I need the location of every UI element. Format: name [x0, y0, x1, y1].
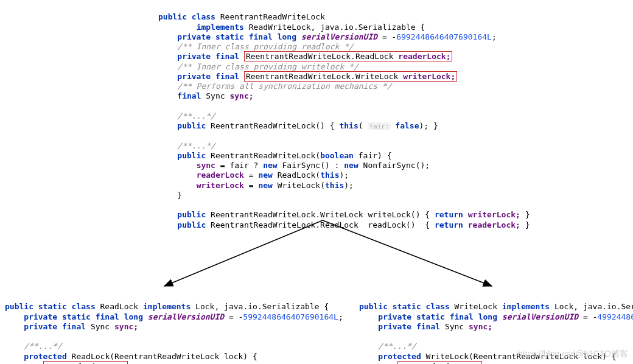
number: 5992448646407690164L [243, 312, 338, 321]
watermark: https://blog.csd@51CTO博客 [518, 349, 628, 360]
text: ReentrantReadWriteLock.ReadLock readLock… [211, 220, 430, 229]
text: ); [339, 170, 349, 180]
comment: /** Inner class providing readlock */ [177, 42, 354, 51]
arrow-right-icon [323, 220, 492, 286]
keyword: private static final long [378, 312, 497, 321]
number: 6992448646407690164L [396, 32, 492, 41]
text: ReentrantReadWriteLock.ReadLock [246, 52, 394, 61]
keyword: private static final long [177, 32, 296, 41]
field: sync; [102, 362, 126, 364]
comment: /** Performs all synchronization mechani… [177, 82, 391, 91]
keyword: public [177, 121, 206, 130]
arrow-left-icon [164, 220, 323, 286]
keyword: class [192, 12, 215, 21]
keyword: private final [177, 72, 239, 81]
text: ; [338, 312, 343, 321]
text: = lock. [69, 362, 102, 364]
text: ReentrantReadWriteLock.WriteLock writeLo… [211, 210, 430, 219]
keyword: this [339, 121, 358, 130]
classname: ReentrantReadWriteLock [220, 12, 325, 21]
field: serialVersionUID [301, 32, 377, 41]
text: = - [382, 32, 396, 41]
field: readerLock; [468, 220, 520, 229]
keyword: protected [378, 352, 421, 361]
highlight-sync-left: sync = lock.sync; [43, 361, 128, 364]
keyword: implements [502, 302, 550, 311]
keyword: boolean [320, 151, 354, 160]
text: = lock. [423, 362, 456, 364]
comment: /** Inner class providing writelock */ [177, 62, 358, 71]
text: = [249, 181, 254, 190]
comment: /**...*/ [177, 111, 215, 121]
text: ReadLock(ReentrantReadWriteLock lock) { [72, 352, 257, 361]
comment: /**...*/ [177, 141, 215, 150]
highlight-sync-right: sync = lock.sync; [397, 361, 482, 364]
code-left: public static class ReadLock implements … [5, 292, 343, 364]
code-top: public class ReentrantReadWriteLock impl… [158, 2, 530, 230]
field: sync [399, 362, 418, 364]
field: sync; [469, 322, 492, 331]
keyword: final [177, 91, 201, 100]
keyword: new [258, 181, 272, 190]
keyword: private final [177, 52, 239, 61]
text: ReentrantReadWriteLock( [211, 151, 320, 160]
keyword: public static class [359, 302, 450, 311]
text: ReadLock( [278, 170, 320, 180]
param-hint: fair: [368, 122, 390, 130]
keyword: this [325, 181, 344, 190]
keyword: new [344, 161, 358, 170]
field: sync; [229, 91, 253, 100]
field: sync [45, 362, 64, 364]
keyword: return [435, 210, 463, 219]
highlight-writerlock: ReentrantReadWriteLock.WriteLock writerL… [244, 71, 457, 82]
keyword: new [263, 161, 277, 170]
text: } [525, 210, 530, 219]
text: Sync [91, 322, 110, 331]
text: ReentrantReadWriteLock.WriteLock [246, 72, 398, 81]
text: ReadWriteLock, java.io.Serializable { [249, 23, 425, 32]
text: = [249, 170, 254, 180]
text: WriteLock( [278, 181, 325, 190]
field: writerLock; [468, 210, 520, 219]
keyword: private final [24, 322, 86, 331]
text: Sync [206, 91, 225, 100]
keyword: public [177, 151, 206, 160]
comment: /**...*/ [24, 341, 62, 351]
text: FairSync() : [282, 161, 340, 170]
text: Lock, java.io.Serializable { [195, 302, 329, 311]
field: writerLock; [403, 72, 455, 81]
text: } [525, 220, 530, 229]
text: ( [358, 121, 363, 130]
text: { [330, 121, 335, 130]
text: ReadLock [100, 302, 139, 311]
comment: /**...*/ [378, 341, 416, 351]
text: = - [229, 312, 243, 321]
keyword: public [158, 12, 187, 21]
keyword: return [435, 220, 463, 229]
text: WriteLock [455, 302, 497, 311]
field: serialVersionUID [148, 312, 224, 321]
field: readerLock [197, 170, 244, 180]
keyword: false [395, 121, 419, 130]
keyword: private static final long [24, 312, 143, 321]
text: ; [492, 32, 497, 41]
keyword: implements [197, 23, 244, 32]
keyword: new [258, 170, 272, 180]
field: readerLock; [398, 52, 450, 61]
text: ); } [419, 121, 438, 130]
field: writerLock [197, 181, 244, 190]
keyword: public [177, 210, 206, 219]
number: 4992448646407690164L [597, 312, 633, 321]
keyword: protected [24, 352, 66, 361]
text: NonfairSync(); [363, 161, 430, 170]
text: ReentrantReadWriteLock() [211, 121, 325, 130]
text: fair) { [358, 151, 392, 160]
keyword: private final [378, 322, 440, 331]
field: sync; [456, 362, 480, 364]
text: = fair ? [220, 161, 259, 170]
field: serialVersionUID [502, 312, 578, 321]
text: Lock, java.io.Serializable { [554, 302, 633, 311]
keyword: implements [143, 302, 191, 311]
field: sync [197, 161, 215, 170]
keyword: public static class [5, 302, 96, 311]
